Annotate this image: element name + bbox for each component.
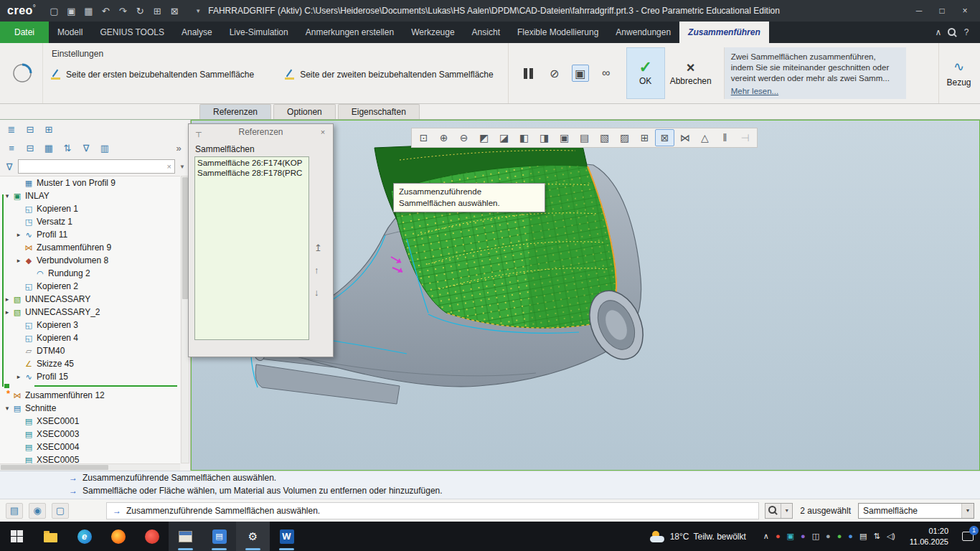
tree-item[interactable]: UNNECASSARY: [0, 293, 180, 306]
selection-filter-combo[interactable]: Sammelfläche ▼: [858, 503, 974, 519]
tree-item[interactable]: UNNECASSARY_2: [0, 306, 180, 319]
ribbon-tab[interactable]: GENIUS TOOLS: [91, 22, 173, 43]
move-up-icon[interactable]: ↑: [314, 265, 322, 276]
tray-app-icon[interactable]: ●: [826, 532, 831, 540]
file-explorer-icon[interactable]: [34, 522, 67, 551]
expander-icon[interactable]: [3, 309, 11, 316]
view-manager-icon[interactable]: ▤: [575, 129, 594, 146]
find-button[interactable]: ▼: [765, 503, 793, 519]
settings-gear-icon[interactable]: ⚙: [236, 522, 270, 551]
dashboard-subtab[interactable]: Eigenschaften: [338, 104, 420, 119]
perspective-icon[interactable]: △: [695, 129, 715, 146]
first-side-option[interactable]: Seite der ersten beizubehaltenden Sammel…: [50, 69, 254, 80]
ribbon-tab[interactable]: Anwendungen: [607, 22, 679, 43]
clip-toggle-icon[interactable]: ▢: [52, 503, 69, 519]
tree-item[interactable]: Muster 1 von Profil 9: [0, 176, 180, 189]
dragger-icon[interactable]: ⋈: [675, 129, 694, 146]
tree-horizontal-scrollbar[interactable]: [0, 463, 180, 471]
combo-arrow-icon[interactable]: ▼: [961, 504, 974, 518]
tree-filter-icon[interactable]: ∇: [77, 140, 95, 156]
layer-tree-icon[interactable]: ⊟: [22, 121, 39, 137]
tree-item[interactable]: Zusammenführen 9: [0, 241, 180, 254]
close-window-icon[interactable]: ⊠: [166, 3, 182, 19]
datum-display-icon[interactable]: ▧: [595, 129, 614, 146]
second-side-option[interactable]: Seite der zweiten beizubehaltenden Samme…: [284, 69, 494, 80]
clear-search-icon[interactable]: ×: [167, 162, 171, 171]
tray-app-icon[interactable]: ●: [801, 532, 806, 540]
help-icon[interactable]: ?: [957, 22, 976, 43]
expander-icon[interactable]: [14, 373, 23, 380]
maximize-button[interactable]: □: [931, 2, 953, 19]
ribbon-tab[interactable]: Modell: [49, 22, 91, 43]
tray-app-icon[interactable]: ◫: [812, 532, 819, 540]
search-icon[interactable]: [948, 28, 957, 37]
minimize-ribbon-icon[interactable]: ∧: [929, 22, 948, 43]
move-top-icon[interactable]: ↥: [314, 242, 322, 253]
expander-icon[interactable]: [3, 405, 11, 412]
tray-app-icon[interactable]: ▣: [787, 532, 794, 540]
tree-item[interactable]: Kopieren 4: [0, 331, 180, 344]
tree-item[interactable]: DTM40: [0, 344, 180, 357]
model-windows-icon[interactable]: ⊞: [149, 3, 165, 19]
mehr-lesen-link[interactable]: Mehr lesen...: [731, 86, 778, 97]
model-tree-icon[interactable]: ≣: [3, 121, 20, 137]
weather-widget[interactable]: 18°C Teilw. bewölkt: [640, 531, 756, 542]
move-down-icon[interactable]: ↓: [314, 287, 322, 298]
app-window-icon[interactable]: ▤: [202, 522, 236, 551]
edge-icon[interactable]: e: [67, 522, 101, 551]
tray-app-icon[interactable]: ●: [837, 532, 842, 540]
creo-window-icon[interactable]: [169, 522, 202, 551]
taskbar-clock[interactable]: 01:20 11.06.2025: [903, 526, 956, 547]
tree-item[interactable]: Skizze 45: [0, 357, 180, 370]
tree-search-input[interactable]: ×: [18, 159, 175, 174]
annotation-display-icon[interactable]: ▨: [615, 129, 634, 146]
ok-button[interactable]: ✓ OK: [626, 47, 665, 99]
capture-icon[interactable]: ⊣: [735, 129, 755, 146]
expander-icon[interactable]: [3, 296, 11, 303]
preview-geometry-icon[interactable]: ▣: [572, 65, 589, 82]
dashboard-subtab[interactable]: Optionen: [273, 104, 336, 119]
regenerate-icon[interactable]: ↻: [132, 3, 148, 19]
tray-app-icon[interactable]: ●: [848, 532, 853, 540]
collapse-all-icon[interactable]: ⊟: [22, 140, 39, 156]
selection-filter-icon[interactable]: ⊠: [655, 129, 674, 146]
word-icon[interactable]: W: [270, 522, 303, 551]
ribbon-tab[interactable]: Live-Simulation: [221, 22, 297, 43]
ribbon-tab[interactable]: Datei: [0, 22, 49, 43]
tree-item[interactable]: Schnitte: [0, 402, 180, 415]
refit-icon[interactable]: ◩: [474, 129, 494, 146]
ribbon-tab[interactable]: Werkzeuge: [402, 22, 463, 43]
document-menu-chevron-icon[interactable]: ▼: [195, 8, 201, 14]
expander-icon[interactable]: [14, 231, 23, 238]
section-view-icon[interactable]: ◨: [534, 129, 554, 146]
network-icon[interactable]: ⇅: [873, 532, 880, 540]
firefox-icon[interactable]: [101, 522, 135, 551]
tree-display-icon[interactable]: ▥: [96, 140, 113, 156]
open-file-icon[interactable]: ▣: [63, 3, 79, 19]
tree-item[interactable]: XSEC0003: [0, 428, 180, 441]
tree-columns-icon[interactable]: ▦: [40, 140, 57, 156]
tray-app-icon[interactable]: ●: [776, 532, 781, 540]
pause-icon[interactable]: ‖: [715, 129, 735, 146]
zoom-out-icon[interactable]: ⊖: [454, 129, 473, 146]
ribbon-tab[interactable]: Ansicht: [463, 22, 509, 43]
tree-item[interactable]: Versatz 1: [0, 215, 180, 228]
spin-center-toggle-icon[interactable]: ◉: [29, 503, 46, 519]
ribbon-tab[interactable]: Zusammenführen: [679, 22, 769, 43]
filter-icon[interactable]: ∇: [3, 161, 16, 172]
start-button[interactable]: [0, 522, 34, 551]
tree-item[interactable]: XSEC0004: [0, 441, 180, 453]
save-icon[interactable]: ▦: [80, 3, 96, 19]
tree-item[interactable]: [0, 383, 180, 389]
saved-views-icon[interactable]: ▣: [555, 129, 574, 146]
hidden-icons-chevron[interactable]: ∧: [763, 532, 769, 540]
verify-icon[interactable]: ∞: [598, 65, 615, 82]
no-preview-icon[interactable]: ⊘: [546, 65, 563, 82]
expander-icon[interactable]: [14, 257, 23, 264]
undo-icon[interactable]: ↶: [98, 3, 113, 19]
annotation-filter-icon[interactable]: ▤: [6, 503, 23, 519]
redo-icon[interactable]: ↷: [115, 3, 131, 19]
keyboard-icon[interactable]: ▤: [859, 532, 867, 540]
browser-icon[interactable]: [135, 522, 169, 551]
tree-sort-icon[interactable]: ⇅: [59, 140, 76, 156]
